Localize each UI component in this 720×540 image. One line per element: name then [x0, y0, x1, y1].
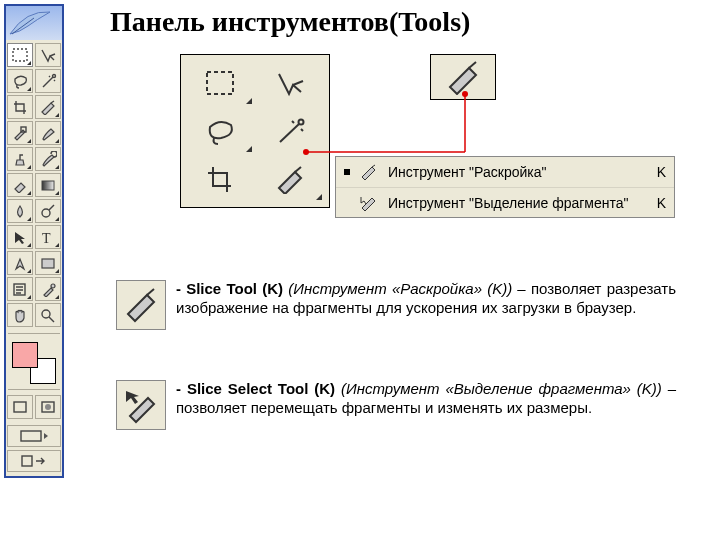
standard-mode-icon — [12, 400, 28, 414]
svg-rect-6 — [42, 259, 54, 268]
flyout-indicator-icon — [55, 295, 59, 299]
hand-tool[interactable] — [7, 303, 33, 327]
flyout-label: Инструмент "Раскройка" — [388, 164, 649, 180]
flyout-indicator-icon — [27, 217, 31, 221]
screen-mode-icon — [19, 429, 49, 443]
slice-tool-large[interactable] — [257, 157, 323, 201]
flyout-shortcut: K — [657, 195, 666, 211]
crop-tool-large[interactable] — [187, 157, 253, 201]
quick-mask-icon — [40, 400, 56, 414]
svg-point-12 — [45, 404, 51, 410]
gradient-tool[interactable] — [35, 173, 61, 197]
svg-text:T: T — [42, 231, 51, 245]
separator — [8, 389, 60, 390]
description-slice-select-tool: - Slice Select Tool (K) (Инструмент «Выд… — [116, 380, 676, 430]
page-title: Панель инструментов(Tools) — [110, 6, 470, 38]
eyedropper-tool[interactable] — [35, 277, 61, 301]
flyout-indicator-icon — [27, 295, 31, 299]
eraser-tool[interactable] — [7, 173, 33, 197]
foreground-color-swatch[interactable] — [12, 342, 38, 368]
history-brush-tool[interactable] — [35, 147, 61, 171]
color-swatches[interactable] — [8, 340, 60, 386]
quick-mask-button[interactable] — [35, 395, 61, 419]
slice-icon — [443, 59, 483, 95]
zoom-tool[interactable] — [35, 303, 61, 327]
description-text: - Slice Select Tool (K) (Инструмент «Выд… — [176, 380, 676, 418]
flyout-item-slice-select[interactable]: Инструмент "Выделение фрагмента" K — [336, 187, 674, 217]
zoomed-toolbar-section — [180, 54, 330, 208]
type-tool[interactable]: T — [35, 225, 61, 249]
move-icon — [39, 47, 57, 63]
flyout-indicator-icon — [27, 87, 31, 91]
notes-tool[interactable] — [7, 277, 33, 301]
slice-select-icon — [116, 380, 166, 430]
slice-tool-flyout: Инструмент "Раскройка" K Инструмент "Выд… — [335, 156, 675, 218]
flyout-indicator-icon — [55, 217, 59, 221]
flyout-indicator-icon — [27, 269, 31, 273]
flyout-indicator-icon — [55, 113, 59, 117]
lasso-tool[interactable] — [7, 69, 33, 93]
flyout-indicator-icon — [55, 139, 59, 143]
tools-panel: T — [4, 4, 64, 478]
slice-tool-highlight — [430, 54, 496, 100]
magic-wand-icon — [273, 116, 307, 146]
blur-tool[interactable] — [7, 199, 33, 223]
flyout-indicator-icon — [55, 165, 59, 169]
shape-tool[interactable] — [35, 251, 61, 275]
move-icon — [273, 68, 307, 98]
rectangular-marquee-tool[interactable] — [7, 43, 33, 67]
slice-select-icon — [358, 192, 380, 214]
flyout-indicator-icon — [55, 191, 59, 195]
description-slice-tool: - Slice Tool (K) (Инструмент «Раскройка»… — [116, 280, 676, 330]
imageready-icon — [19, 454, 49, 468]
svg-rect-3 — [42, 181, 54, 190]
slice-icon — [116, 280, 166, 330]
move-tool[interactable] — [35, 43, 61, 67]
flyout-indicator-icon — [316, 194, 322, 200]
desc-paren: (Инструмент «Раскройка» (K)) — [283, 280, 512, 297]
flyout-indicator-icon — [246, 146, 252, 152]
flyout-indicator-icon — [55, 269, 59, 273]
mode-buttons — [4, 392, 64, 422]
tool-grid: T — [4, 40, 64, 330]
slice-tool[interactable] — [35, 95, 61, 119]
hand-icon — [11, 307, 29, 323]
rectangular-marquee-tool-large[interactable] — [187, 61, 253, 105]
healing-brush-tool[interactable] — [7, 121, 33, 145]
crop-tool[interactable] — [7, 95, 33, 119]
svg-point-1 — [53, 75, 56, 78]
slice-icon — [273, 164, 307, 194]
move-tool-large[interactable] — [257, 61, 323, 105]
clone-stamp-tool[interactable] — [7, 147, 33, 171]
toolbar-header — [6, 6, 62, 40]
magic-wand-tool-large[interactable] — [257, 109, 323, 153]
svg-point-9 — [42, 310, 50, 318]
desc-lead: - Slice Tool (K) — [176, 280, 283, 297]
dodge-tool[interactable] — [35, 199, 61, 223]
imageready-button[interactable] — [7, 450, 61, 472]
flyout-label: Инструмент "Выделение фрагмента" — [388, 195, 649, 211]
description-text: - Slice Tool (K) (Инструмент «Раскройка»… — [176, 280, 676, 318]
lasso-tool-large[interactable] — [187, 109, 253, 153]
magic-wand-tool[interactable] — [35, 69, 61, 93]
crop-icon — [203, 164, 237, 194]
brush-tool[interactable] — [35, 121, 61, 145]
feather-icon — [8, 8, 52, 38]
flyout-indicator-icon — [27, 191, 31, 195]
flyout-indicator-icon — [246, 98, 252, 104]
zoom-icon — [39, 307, 57, 323]
flyout-item-slice[interactable]: Инструмент "Раскройка" K — [336, 157, 674, 187]
svg-rect-0 — [13, 49, 27, 61]
flyout-indicator-icon — [27, 243, 31, 247]
screen-mode-button[interactable] — [7, 425, 61, 447]
standard-mode-button[interactable] — [7, 395, 33, 419]
magic-wand-icon — [39, 73, 57, 89]
lasso-icon — [203, 116, 237, 146]
flyout-indicator-icon — [27, 139, 31, 143]
pen-tool[interactable] — [7, 251, 33, 275]
svg-rect-15 — [207, 72, 233, 94]
separator — [8, 333, 60, 334]
svg-point-16 — [299, 120, 304, 125]
flyout-indicator-icon — [27, 61, 31, 65]
path-select-tool[interactable] — [7, 225, 33, 249]
